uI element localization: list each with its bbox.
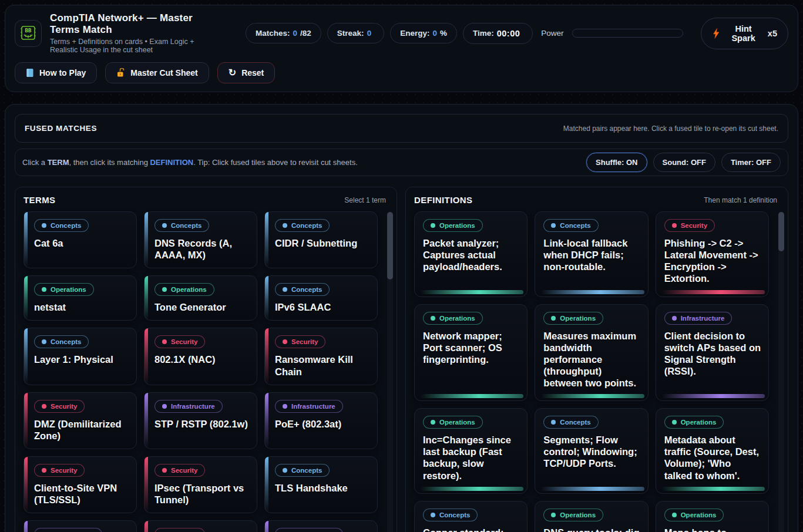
category-edge-bar (539, 394, 644, 398)
master-cut-sheet-button[interactable]: Master Cut Sheet (105, 62, 209, 83)
term-card[interactable]: ConceptsLayer 1: Physical (23, 328, 137, 385)
category-dot-icon (551, 420, 556, 425)
term-card[interactable]: SecurityRansomware Kill Chain (264, 328, 378, 385)
category-edge-bar (145, 521, 148, 532)
term-card[interactable]: ConceptsTLS Handshake (264, 456, 378, 513)
term-card[interactable]: SecurityHoneypot (144, 520, 257, 532)
category-edge-bar (145, 393, 148, 449)
term-card[interactable]: SecurityClient-to-Site VPN (TLS/SSL) (23, 456, 137, 513)
category-edge-bar (660, 487, 765, 491)
definition-card[interactable]: ConceptsSegments; Flow control; Windowin… (535, 408, 648, 494)
category-edge-bar (145, 212, 148, 268)
definitions-scrollbar-thumb[interactable] (778, 212, 784, 251)
category-label: Concepts (51, 338, 81, 345)
term-text: DMZ (Demilitarized Zone) (34, 418, 129, 442)
definition-card[interactable]: ConceptsLink-local fallback when DHCP fa… (535, 211, 648, 297)
term-text: netstat (34, 301, 129, 313)
terms-scrollbar-thumb[interactable] (387, 212, 393, 280)
term-card[interactable]: Infrastructure802.11ax (Wi-Fi 6) (264, 520, 378, 532)
definition-card[interactable]: OperationsNetwork mapper; Port scanner; … (414, 304, 528, 402)
definitions-scrollbar[interactable] (778, 212, 784, 532)
app-logo: BB (15, 20, 42, 47)
definition-card[interactable]: ConceptsCopper standard; 10Gbps at 100 m… (414, 501, 528, 532)
category-edge-bar (265, 212, 268, 268)
category-dot-icon (42, 468, 46, 473)
fused-matches-panel: FUSED MATCHES Matched pairs appear here.… (15, 114, 788, 143)
term-card[interactable]: InfrastructureStatic Route (23, 520, 137, 532)
category-edge-bar (145, 457, 148, 513)
stat-pill-matches: Matches:0/82 (246, 23, 321, 43)
definition-card[interactable]: OperationsDNS query tools; dig is more d… (535, 501, 648, 532)
toggles-row: Shuffle: ONSound: OFFTimer: OFF (586, 153, 781, 172)
definition-card[interactable]: OperationsMeasures maximum bandwidth per… (535, 304, 648, 402)
definition-text: Copper standard; 10Gbps at 100 meters; S… (423, 527, 520, 532)
term-card[interactable]: Operationsnetstat (23, 275, 137, 321)
term-card[interactable]: Security802.1X (NAC) (144, 328, 257, 385)
category-label: Security (681, 222, 707, 229)
category-edge-bar (265, 457, 268, 513)
how-to-play-label: How to Play (39, 68, 86, 78)
category-badge: Concepts (34, 335, 89, 348)
toggle-shuffle[interactable]: Shuffle: ON (586, 153, 647, 172)
category-badge: Concepts (154, 219, 209, 232)
category-dot-icon (551, 316, 556, 321)
category-label: Concepts (560, 419, 590, 426)
term-card[interactable]: InfrastructurePoE+ (802.3at) (264, 392, 378, 449)
category-badge: Operations (34, 283, 94, 296)
definition-text: Network mapper; Port scanner; OS fingerp… (423, 330, 520, 365)
term-card[interactable]: OperationsTone Generator (144, 275, 257, 321)
category-edge-bar (660, 394, 765, 398)
category-label: Operations (439, 315, 475, 322)
definition-card[interactable]: OperationsPacket analyzer; Captures actu… (414, 211, 528, 297)
definition-card[interactable]: OperationsMetadata about traffic (Source… (656, 408, 769, 494)
stat-text: Streak: (337, 29, 364, 38)
category-badge: Infrastructure (664, 312, 733, 325)
term-card[interactable]: ConceptsDNS Records (A, AAAA, MX) (144, 211, 257, 268)
toggle-sound[interactable]: Sound: OFF (653, 153, 715, 172)
book-icon (26, 68, 34, 78)
main-panel: FUSED MATCHES Matched pairs appear here.… (5, 104, 798, 532)
term-card[interactable]: SecurityDMZ (Demilitarized Zone) (23, 392, 137, 449)
term-text: STP / RSTP (802.1w) (154, 418, 250, 430)
term-card[interactable]: ConceptsCat 6a (23, 211, 137, 268)
category-edge-bar (24, 457, 28, 513)
category-label: Operations (681, 419, 717, 426)
reset-button[interactable]: ↻ Reset (217, 62, 275, 83)
category-dot-icon (162, 404, 167, 409)
term-card[interactable]: InfrastructureSTP / RSTP (802.1w) (144, 392, 257, 449)
category-edge-bar (539, 290, 644, 294)
toggle-timer[interactable]: Timer: OFF (721, 153, 781, 172)
category-badge: Security (34, 464, 85, 477)
stat-text: 00:00 (497, 29, 520, 38)
term-text: 802.1X (NAC) (154, 353, 250, 365)
term-card[interactable]: SecurityIPsec (Transport vs Tunnel) (144, 456, 257, 513)
definition-card[interactable]: InfrastructureClient decision to switch … (656, 304, 769, 402)
category-dot-icon (162, 223, 167, 228)
power-label: Power (541, 29, 563, 38)
term-text: Cat 6a (34, 237, 129, 249)
definition-card[interactable]: SecurityPhishing -> C2 -> Lateral Moveme… (656, 211, 769, 297)
category-dot-icon (283, 468, 287, 473)
category-label: Operations (171, 286, 207, 293)
category-badge: Operations (423, 219, 483, 232)
hint-spark-count: x5 (768, 29, 777, 38)
category-dot-icon (162, 468, 167, 473)
definition-text: Packet analyzer; Captures actual payload… (423, 237, 520, 272)
category-dot-icon (431, 223, 435, 228)
terms-scrollbar[interactable] (387, 212, 393, 532)
category-badge: Concepts (275, 283, 330, 296)
category-label: Concepts (291, 222, 322, 229)
term-card[interactable]: ConceptsIPv6 SLAAC (264, 275, 378, 321)
category-label: Infrastructure (291, 403, 335, 410)
instruction-segment: , then click its matching (69, 158, 150, 167)
term-card[interactable]: ConceptsCIDR / Subnetting (264, 211, 378, 268)
stat-text: % (440, 29, 447, 38)
definition-card[interactable]: OperationsInc=Changes since last backup … (414, 408, 528, 494)
hint-spark-button[interactable]: Hint Spark x5 (701, 18, 788, 49)
category-label: Operations (681, 511, 717, 518)
definition-card[interactable]: OperationsMaps hops to destination; Path… (656, 501, 769, 532)
category-edge-bar (265, 393, 268, 449)
instruction-segment: DEFINITION (150, 158, 193, 167)
how-to-play-button[interactable]: How to Play (15, 62, 97, 83)
term-text: DNS Records (A, AAAA, MX) (154, 237, 250, 261)
